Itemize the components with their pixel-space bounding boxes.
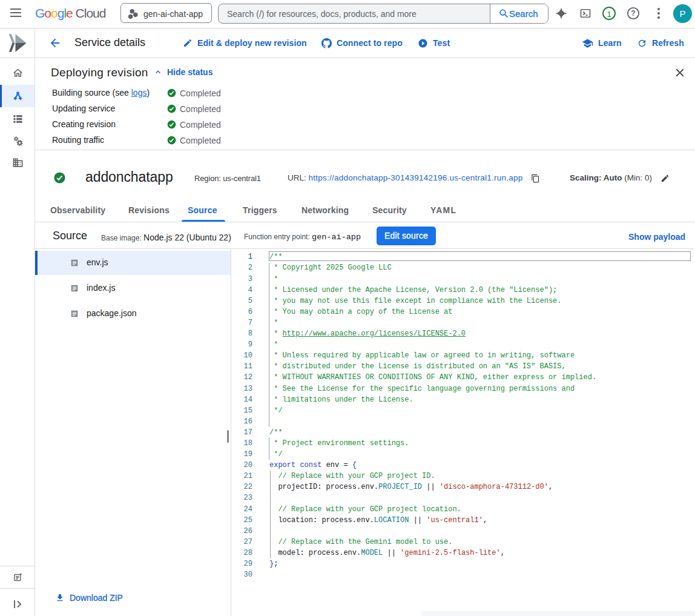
svg-text:?: ?: [631, 9, 635, 18]
